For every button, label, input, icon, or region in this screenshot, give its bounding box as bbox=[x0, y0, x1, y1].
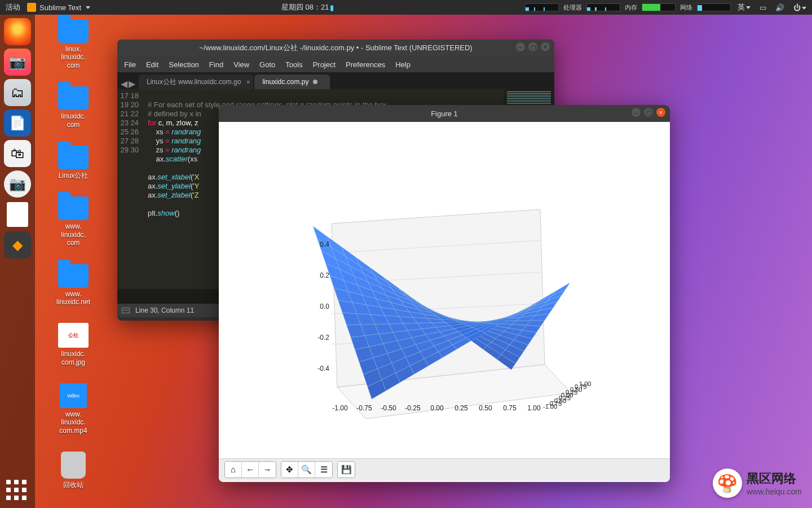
tab[interactable]: Linux公社 www.linuxidc.com.go× bbox=[139, 75, 253, 89]
close-button[interactable]: × bbox=[541, 42, 550, 51]
x-tick: 0.00 bbox=[430, 404, 443, 412]
zoom-button[interactable]: 🔍 bbox=[298, 462, 315, 478]
tab-prev[interactable]: ◀ bbox=[121, 78, 127, 89]
watermark-url: www.heiqu.com bbox=[747, 487, 802, 496]
desktop-icon[interactable]: www.linuxidc.com bbox=[47, 196, 100, 247]
dock-files[interactable]: 🗂 bbox=[4, 79, 31, 106]
menu-selection[interactable]: Selection bbox=[169, 60, 198, 69]
z-tick: 0.4 bbox=[309, 240, 329, 248]
save-button[interactable]: 💾 bbox=[338, 462, 355, 478]
mem-graph[interactable] bbox=[642, 3, 676, 11]
top-panel: 活动 Sublime Text 星期四 08：21 ▮ 处理器 内存 网络 英 … bbox=[0, 0, 812, 15]
menu-preferences[interactable]: Preferences bbox=[346, 60, 385, 69]
figure-close-button[interactable]: × bbox=[656, 108, 665, 117]
cpu-graph-icon[interactable] bbox=[525, 3, 559, 11]
desktop-icon[interactable]: 公社linuxidc.com.jpg bbox=[47, 323, 100, 366]
figure-maximize-button[interactable]: ▢ bbox=[644, 108, 653, 117]
watermark-title: 黑区网络 bbox=[747, 470, 802, 487]
x-tick: -0.75 bbox=[356, 404, 372, 412]
activities-button[interactable]: 活动 bbox=[3, 2, 23, 12]
x-tick: -1.00 bbox=[332, 404, 347, 412]
dock-sublime[interactable]: ◆ bbox=[4, 231, 31, 259]
net-graph[interactable] bbox=[697, 3, 731, 11]
desktop-icon[interactable]: linux.linuxidc.com bbox=[47, 19, 100, 69]
menu-tools[interactable]: Tools bbox=[285, 60, 302, 69]
notification-icon[interactable]: ▮ bbox=[330, 3, 334, 12]
menu-goto[interactable]: Goto bbox=[259, 60, 275, 69]
watermark: 🍄 黑区网络 www.heiqu.com bbox=[713, 468, 802, 498]
desktop-icon[interactable]: www.linuxidc.net bbox=[47, 264, 100, 306]
x-tick: -0.25 bbox=[405, 404, 420, 412]
dock-software[interactable]: 🛍 bbox=[4, 140, 31, 167]
ime-indicator[interactable]: 英 bbox=[735, 2, 753, 12]
figure-title: Figure 1 bbox=[431, 110, 458, 118]
forward-button[interactable]: → bbox=[259, 462, 276, 478]
panel-switcher-icon[interactable] bbox=[122, 308, 130, 313]
cursor-position: Line 30, Column 11 bbox=[135, 306, 194, 314]
active-app-name: Sublime Text bbox=[39, 3, 81, 12]
configure-button[interactable]: ☰ bbox=[315, 462, 332, 478]
menu-view[interactable]: View bbox=[233, 60, 249, 69]
cpu-graph2[interactable] bbox=[586, 3, 620, 11]
line-gutter: 17 18 19 20 21 22 23 24 25 26 27 28 29 3… bbox=[117, 89, 143, 289]
surface-plot bbox=[219, 122, 670, 458]
pan-button[interactable]: ✥ bbox=[281, 462, 298, 478]
tab-close-icon[interactable]: × bbox=[246, 78, 250, 85]
sublime-title: ~/www.linuxidc.com/Linux公社 -/linuxidc.co… bbox=[199, 43, 472, 53]
sublime-indicator[interactable]: Sublime Text bbox=[27, 3, 90, 12]
tab[interactable]: linuxidc.com.py bbox=[254, 75, 330, 89]
figure-toolbar: ⌂ ← → ✥ 🔍 ☰ 💾 bbox=[219, 458, 670, 480]
figure-minimize-button[interactable]: – bbox=[632, 108, 641, 117]
power-icon[interactable]: ⏻ bbox=[791, 3, 809, 12]
z-tick: 0.0 bbox=[309, 303, 329, 310]
tab-bar: ◀▶ Linux公社 www.linuxidc.com.go×linuxidc.… bbox=[117, 72, 554, 89]
dock-firefox[interactable] bbox=[4, 18, 31, 45]
desktop: linux.linuxidc.comlinuxidc.comLinux公社www… bbox=[39, 19, 107, 506]
cpu-label: 处理器 bbox=[563, 3, 582, 12]
maximize-button[interactable]: ▢ bbox=[528, 42, 537, 51]
z-tick: -0.2 bbox=[309, 334, 329, 341]
desktop-icon[interactable]: Linux公社 bbox=[47, 146, 100, 179]
mem-label: 内存 bbox=[625, 3, 637, 12]
dock-document[interactable] bbox=[4, 201, 31, 228]
home-button[interactable]: ⌂ bbox=[225, 462, 242, 478]
tab-next[interactable]: ▶ bbox=[129, 78, 135, 89]
net-label: 网络 bbox=[680, 3, 692, 12]
sublime-titlebar[interactable]: ~/www.linuxidc.com/Linux公社 -/linuxidc.co… bbox=[117, 40, 554, 56]
volume-icon[interactable]: 🔊 bbox=[773, 3, 787, 12]
desktop-icon[interactable]: linuxidc.com bbox=[47, 86, 100, 129]
menu-project[interactable]: Project bbox=[313, 60, 336, 69]
figure-canvas[interactable]: -0.4-0.20.00.20.4-1.00-0.75-0.50-0.250.0… bbox=[219, 122, 670, 458]
dock-camera[interactable]: 📷 bbox=[4, 170, 31, 198]
dirty-indicator bbox=[313, 80, 317, 84]
x-tick: 0.75 bbox=[503, 404, 516, 412]
menu-file[interactable]: File bbox=[124, 60, 136, 69]
chevron-down-icon bbox=[86, 6, 90, 9]
figure-titlebar[interactable]: Figure 1 – ▢ × bbox=[219, 105, 670, 122]
mushroom-icon: 🍄 bbox=[713, 468, 742, 498]
minimize-button[interactable]: – bbox=[516, 42, 525, 51]
sublime-menubar: FileEditSelectionFindViewGotoToolsProjec… bbox=[117, 56, 554, 72]
app-grid-button[interactable] bbox=[6, 480, 29, 502]
network-icon[interactable]: ▭ bbox=[757, 3, 769, 12]
z-tick: -0.4 bbox=[309, 365, 329, 373]
x-tick: 1.00 bbox=[527, 404, 540, 412]
dock-writer[interactable]: 📄 bbox=[4, 110, 31, 137]
menu-find[interactable]: Find bbox=[209, 60, 223, 69]
clock[interactable]: 星期四 08：21 bbox=[281, 2, 329, 12]
back-button[interactable]: ← bbox=[242, 462, 259, 478]
dock-screenshot[interactable]: 📷 bbox=[4, 49, 31, 76]
x-tick: 0.50 bbox=[479, 404, 492, 412]
x-tick: -0.50 bbox=[381, 404, 396, 412]
desktop-icon[interactable]: 回收站 bbox=[47, 452, 100, 489]
x-tick: 0.25 bbox=[454, 404, 467, 412]
menu-help[interactable]: Help bbox=[395, 60, 411, 69]
desktop-icon[interactable]: videowww.linuxidc.com.mp4 bbox=[47, 383, 100, 435]
sublime-icon bbox=[27, 3, 36, 12]
matplotlib-window: Figure 1 – ▢ × -0.4-0.20.00.20.4-1.00-0.… bbox=[219, 105, 670, 482]
menu-edit[interactable]: Edit bbox=[146, 60, 158, 69]
z-tick: 0.2 bbox=[309, 271, 329, 279]
y-tick: 1.00 bbox=[579, 380, 591, 387]
dock: 📷 🗂 📄 🛍 📷 ◆ bbox=[0, 15, 35, 508]
